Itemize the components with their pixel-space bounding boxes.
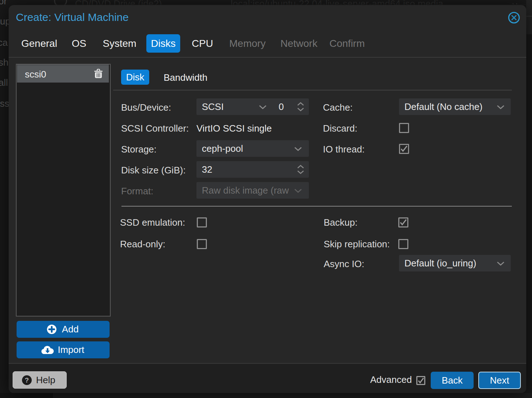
svg-text:?: ? (25, 376, 29, 384)
